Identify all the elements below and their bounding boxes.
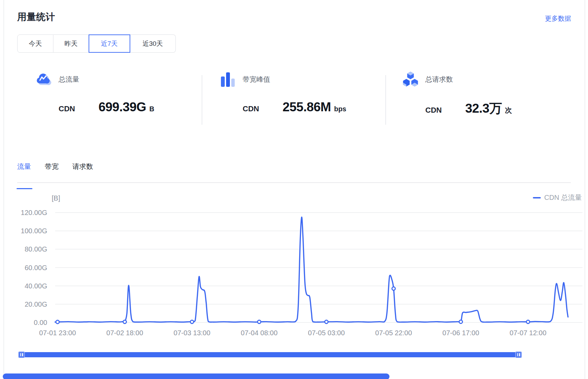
datazoom-slider-track[interactable] [19,352,521,357]
stat-unit: B [149,105,154,113]
svg-text:60.00G: 60.00G [24,264,47,272]
product-name: CDN [425,106,442,115]
stat-value: 255.86M [283,100,331,114]
data-point-marker[interactable] [257,320,261,324]
svg-text:07-01 23:00: 07-01 23:00 [39,329,76,337]
page-title: 用量统计 [17,11,55,23]
stat-label: 总流量 [59,75,79,84]
svg-text:0.00: 0.00 [34,319,47,326]
svg-text:20.00G: 20.00G [24,300,47,308]
card-divider [385,75,386,125]
requests-cubes-icon [402,71,419,88]
cloud-traffic-icon [36,71,52,88]
svg-text:40.00G: 40.00G [24,282,47,290]
svg-text:07-05 22:00: 07-05 22:00 [375,329,412,337]
svg-text:07-07 12:00: 07-07 12:00 [510,329,547,337]
stat-card-total-traffic: 总流量 CDN 699.39G B [36,64,154,114]
usage-stats-panel: 用量统计 更多数据 今天 昨天 近7天 近30天 [0,0,588,379]
more-data-link[interactable]: 更多数据 [545,14,571,23]
stat-unit: 次 [505,106,512,115]
svg-text:120.00G: 120.00G [21,209,47,216]
data-point-marker[interactable] [190,320,194,324]
data-point-marker[interactable] [123,320,126,324]
y-axis-labels: 120.00G100.00G80.00G60.00G40.00G20.00G0.… [21,209,47,326]
range-tab-today[interactable]: 今天 [17,34,53,53]
svg-text:07-06 17:00: 07-06 17:00 [443,329,479,337]
svg-text:100.00G: 100.00G [21,227,47,235]
x-axis-labels: 07-01 23:0007-02 18:0007-03 13:0007-04 0… [39,329,547,337]
horizontal-scrollbar-thumb[interactable] [3,373,389,379]
svg-text:07-03 13:00: 07-03 13:00 [174,329,211,337]
stat-card-peak-bandwidth: 带宽峰值 CDN 255.86M bps [220,64,346,114]
bandwidth-bars-icon [220,71,236,88]
tabs-divider [17,182,571,183]
card-divider [202,75,202,125]
stat-card-total-requests: 总请求数 CDN 32.3万 次 [402,64,512,117]
stats-summary-row: 总流量 CDN 699.39G B 带宽峰值 CDN [3,64,585,126]
tab-traffic[interactable]: 流量 [17,162,31,173]
svg-text:07-04 08:00: 07-04 08:00 [241,329,278,337]
tab-requests[interactable]: 请求数 [72,162,93,173]
product-name: CDN [243,104,259,113]
stat-unit: bps [334,105,346,113]
range-tab-last-30-days[interactable]: 近30天 [130,34,176,53]
stat-value: 32.3万 [465,100,502,117]
range-tab-last-7-days[interactable]: 近7天 [89,34,130,53]
data-point-marker[interactable] [459,320,463,324]
tab-bandwidth[interactable]: 带宽 [45,162,59,173]
gridlines [55,213,582,322]
stat-label: 带宽峰值 [243,75,270,84]
product-name: CDN [59,104,75,113]
svg-text:07-05 03:00: 07-05 03:00 [308,329,345,337]
data-point-marker[interactable] [392,287,395,290]
datazoom-right-handle[interactable] [515,351,522,358]
range-tab-yesterday[interactable]: 昨天 [53,34,89,53]
stat-value: 699.39G [99,100,146,114]
data-point-marker[interactable] [526,320,530,324]
series-line-cdn-total-traffic [55,217,568,322]
datazoom-left-handle[interactable] [18,351,25,358]
svg-text:07-02 18:00: 07-02 18:00 [107,329,143,337]
data-point-marker[interactable] [325,320,328,324]
svg-text:80.00G: 80.00G [24,245,47,253]
data-point-marker[interactable] [56,320,59,324]
metric-tabs: 流量 带宽 请求数 [17,162,93,173]
stat-label: 总请求数 [425,75,453,84]
traffic-line-chart[interactable]: 120.00G100.00G80.00G60.00G40.00G20.00G0.… [0,186,588,341]
date-range-tabs: 今天 昨天 近7天 近30天 [17,34,176,53]
